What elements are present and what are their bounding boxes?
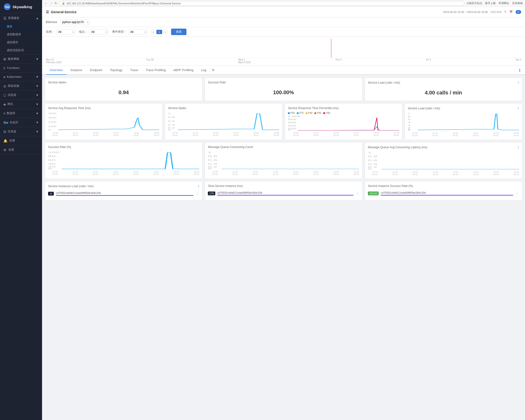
sidebar-item-functions[interactable]: λ Functions xyxy=(0,64,42,73)
svg-text:1,000: 1,000 xyxy=(288,115,300,118)
k8s-icon: ⎈ xyxy=(3,75,5,79)
service-load-info-icon[interactable]: ℹ xyxy=(518,81,519,84)
svg-text:0.6: 0.6 xyxy=(168,120,175,122)
svg-text:0.8: 0.8 xyxy=(168,116,175,119)
tab-endpoint[interactable]: Endpoint xyxy=(86,66,106,75)
tab-instance[interactable]: Instance xyxy=(66,66,86,75)
instance-load-badge-0: 4 xyxy=(48,192,54,196)
timeline-month-2: March 2023 xyxy=(238,61,251,64)
mesh-label: 服务网格 xyxy=(8,57,36,61)
sidebar-group-self-monitor[interactable]: Sw 自监控 ▼ xyxy=(0,118,42,127)
svg-text:0: 0 xyxy=(208,168,212,170)
instance-select[interactable]: All xyxy=(56,29,75,35)
sidebar-group-gateway[interactable]: ◈ 网关 ▼ xyxy=(0,100,42,109)
alert-label: 告警 xyxy=(9,139,15,143)
tab-topology[interactable]: Topology xyxy=(106,66,126,75)
instance-success-name-0: cd70592cb8d011eda69f6f5de3b9c20d xyxy=(381,191,513,194)
url-bar[interactable]: 🔒 192.168.122.28:8080/dashboard/GENERAL/… xyxy=(59,1,464,6)
bookmark-fox[interactable]: 火狐官方站点 xyxy=(466,1,482,5)
sidebar-item-alert[interactable]: 🔔 告警 xyxy=(0,136,42,145)
instance-load-info-icon[interactable]: ℹ xyxy=(198,184,199,188)
sidebar-item-virtual-mq[interactable]: 虚拟消息队列 xyxy=(0,46,42,54)
sidebar-item-service[interactable]: 服务 xyxy=(0,23,42,30)
url-text: 192.168.122.28:8080/dashboard/GENERAL/Se… xyxy=(66,2,181,5)
service-select[interactable]: python-app1|n70 xyxy=(60,19,90,25)
sidebar-group-kubernetes[interactable]: ⎈ Kubernetes ▼ xyxy=(0,73,42,81)
x-axis-dates-apdex: 03-0203-0203-0203-0203-0203-02 xyxy=(168,134,279,137)
instance-success-more-0[interactable]: ⋮ xyxy=(515,191,519,196)
prev-page-button[interactable]: ‹ xyxy=(151,30,155,34)
back-button[interactable]: ← xyxy=(45,1,47,5)
panels-row-1: Service Apdex 0.94 Success Rate 100.00% … xyxy=(45,78,522,101)
gateway-icon: ◈ xyxy=(3,102,6,106)
event-select[interactable]: All xyxy=(128,29,147,35)
event-select-wrap: All xyxy=(128,29,147,35)
chevron-down-icon-gw: ▼ xyxy=(36,103,39,106)
sidebar-group-general-service[interactable]: ☰ 普通服务 ▲ xyxy=(0,14,42,23)
page-title: ☰ General-Service xyxy=(46,10,77,14)
timeline-labels: Mon 27 February 2023 Tue 28 Wed 1 March … xyxy=(46,58,521,64)
legend-p90: P90 xyxy=(306,112,313,114)
tab-log[interactable]: Log xyxy=(197,66,210,75)
dashboard-icon: ⊟ xyxy=(3,130,6,134)
sidebar-group-dashboard[interactable]: ⊟ 仪表盘 ▼ xyxy=(0,127,42,136)
panel-mq-count: Message Queue Consuming Count 1 0.8 0.6 … xyxy=(205,142,362,179)
mq-latency-info-icon[interactable]: ℹ xyxy=(518,145,519,149)
pagination: ‹ 1 › xyxy=(151,30,167,34)
panel-instance-load: Service Instances Load (calls / min) ℹ 4… xyxy=(45,181,202,200)
sidebar-group-infra[interactable]: ◎ 基础设施 ▼ xyxy=(0,82,42,90)
slow-instance-row-0: 176 cd70592cb8d011eda69f6f5de3b9c20d ⋮ xyxy=(208,190,359,197)
search-button[interactable]: 搜索 xyxy=(171,28,187,35)
slow-instance-more-0[interactable]: ⋮ xyxy=(355,191,359,196)
bookmark-jd[interactable]: 京东商城 xyxy=(512,1,523,5)
legend-p50: P50 xyxy=(288,112,295,114)
timeline-date-1: Tue 28 xyxy=(146,58,154,61)
endpoint-select-wrap: All xyxy=(89,29,108,35)
sidebar-group-database[interactable]: ≡ 数据库 ▼ xyxy=(0,109,42,118)
sidebar-item-settings[interactable]: ⚙ 设置 xyxy=(0,145,42,155)
tab-overview[interactable]: Overview xyxy=(46,66,66,75)
toggle-button[interactable]: V xyxy=(516,10,521,14)
reload-icon[interactable]: ↻ xyxy=(504,10,506,13)
tab-trace-profiling[interactable]: Trace Profiling xyxy=(142,66,169,75)
instance-load-more-0[interactable]: ⋮ xyxy=(195,191,199,196)
forward-button[interactable]: → xyxy=(49,1,53,5)
service-load-chart-info-icon[interactable]: ℹ xyxy=(518,106,519,110)
tab-copy-icon[interactable]: ⧉ xyxy=(210,66,216,75)
title-text: General-Service xyxy=(51,10,77,14)
instance-select-wrap: All xyxy=(56,29,75,35)
svg-text:0: 0 xyxy=(288,129,291,131)
bookmark-newuser[interactable]: 新手上路 xyxy=(485,1,496,5)
svg-text:0: 0 xyxy=(368,168,372,170)
svg-text:60: 60 xyxy=(48,159,56,161)
x-axis-labels-percentile: 15:3615:4215:4815:5416:0016:06 xyxy=(288,132,399,134)
avg-response-title: Service Avg Response Time (ms) xyxy=(48,106,159,110)
sidebar-section-dashboard: ⊟ 仪表盘 ▼ xyxy=(0,127,42,136)
calendar-icon[interactable]: 📅 xyxy=(509,10,513,13)
legend-p75: P75 xyxy=(297,112,304,114)
svg-text:0.8: 0.8 xyxy=(368,155,377,158)
bookmark-common[interactable]: 常用网址 xyxy=(498,1,509,5)
sidebar-group-service-mesh[interactable]: ⊞ 服务网格 ▼ xyxy=(0,55,42,64)
tab-trace[interactable]: Trace xyxy=(126,66,142,75)
panel-service-apdex: Service Apdex 0.94 xyxy=(45,78,202,101)
alert-icon: 🔔 xyxy=(3,139,8,143)
sidebar-item-virtual-db[interactable]: 虚拟数据库 xyxy=(0,30,42,38)
next-page-button[interactable]: › xyxy=(163,30,168,34)
response-percentile-title: Service Response Time Percentile (ms) xyxy=(288,106,399,110)
event-type-filter-field: 事件类型： All xyxy=(112,29,147,35)
functions-label: Functions xyxy=(7,66,19,70)
endpoint-select[interactable]: All xyxy=(89,29,108,35)
chevron-down-icon-db: ▼ xyxy=(36,112,39,115)
apdex-line xyxy=(178,114,279,130)
tab-ebpf-profiling[interactable]: eBPF Profiling xyxy=(170,66,197,75)
sidebar-item-virtual-cache[interactable]: 虚拟缓存 xyxy=(0,38,42,46)
success-rate-value: 100.00% xyxy=(208,86,359,98)
sidebar-group-browser[interactable]: ◻ 浏览器 ▼ xyxy=(0,91,42,100)
success-rate-title: Success Rate xyxy=(208,81,359,84)
svg-text:600: 600 xyxy=(288,121,296,124)
percentile-legend: P50 P75 P90 P95 P99 xyxy=(288,112,399,114)
refresh-button[interactable]: ↻ xyxy=(55,1,57,5)
success-rate-svg: 100 80 60 40 20 0 xyxy=(48,151,199,170)
gateway-label: 网关 xyxy=(8,102,36,106)
